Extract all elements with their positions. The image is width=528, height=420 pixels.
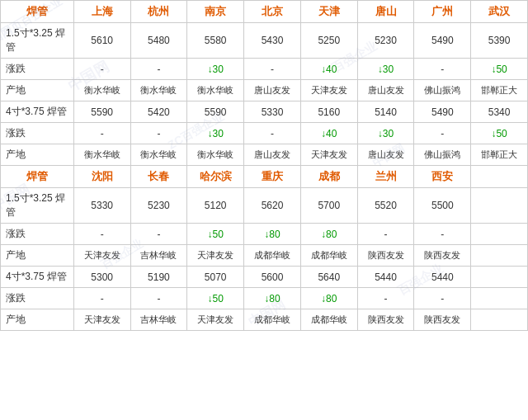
change-3-6: -: [357, 224, 414, 245]
origin-1-4: 唐山友发: [244, 80, 301, 101]
change-label-4: 涨跌: [1, 288, 74, 309]
header2-city-empty: [471, 166, 528, 188]
origin-1-6: 唐山友发: [357, 80, 414, 101]
price-1-5: 5250: [300, 23, 357, 59]
origin-2-2: 衡水华岐: [130, 144, 187, 166]
price-4-4: 5600: [244, 267, 301, 288]
header-city-3: 南京: [187, 1, 244, 23]
origin-label-1: 产地: [1, 80, 74, 101]
price-3-8: [471, 188, 528, 224]
header-city-5: 天津: [300, 1, 357, 23]
price-2-2: 5420: [130, 101, 187, 123]
origin-1-1: 衡水华岐: [73, 80, 130, 101]
header2-city-2: 长春: [130, 166, 187, 188]
change-3-8: [471, 224, 528, 245]
price-2-6: 5140: [357, 101, 414, 123]
product-label-2: 4寸*3.75 焊管: [1, 101, 74, 123]
origin-3-1: 天津友发: [73, 245, 130, 267]
origin-row-1: 产地 衡水华岐 衡水华岐 衡水华岐 唐山友发 天津友发 唐山友发 佛山振鸿 邯郸…: [1, 80, 528, 101]
change-3-5: ↓80: [300, 224, 357, 245]
change-2-3: ↓30: [187, 123, 244, 144]
header2-city-3: 哈尔滨: [187, 166, 244, 188]
origin-4-5: 成都华岐: [300, 309, 357, 331]
origin-label-4: 产地: [1, 309, 74, 331]
change-4-1: -: [73, 288, 130, 309]
change-1-8: ↓50: [471, 59, 528, 80]
change-3-1: -: [73, 224, 130, 245]
price-3-6: 5520: [357, 188, 414, 224]
price-1-7: 5490: [414, 23, 471, 59]
origin-row-2: 产地 衡水华岐 衡水华岐 衡水华岐 唐山友发 天津友发 唐山友发 佛山振鸿 邯郸…: [1, 144, 528, 166]
price-4-5: 5640: [300, 267, 357, 288]
header2-city-7: 西安: [414, 166, 471, 188]
origin-row-3: 产地 天津友发 吉林华岐 天津友发 成都华岐 成都华岐 陕西友发 陕西友发: [1, 245, 528, 267]
header-city-7: 广州: [414, 1, 471, 23]
header-city-4: 北京: [244, 1, 301, 23]
price-table: 焊管 上海 杭州 南京 北京 天津 唐山 广州 武汉 1.5寸*3.25 焊管 …: [0, 0, 528, 331]
change-2-2: -: [130, 123, 187, 144]
price-3-4: 5620: [244, 188, 301, 224]
origin-4-3: 天津友发: [187, 309, 244, 331]
price-1-4: 5430: [244, 23, 301, 59]
change-3-3: ↓50: [187, 224, 244, 245]
change-4-7: -: [414, 288, 471, 309]
origin-3-5: 成都华岐: [300, 245, 357, 267]
price-2-1: 5590: [73, 101, 130, 123]
origin-2-5: 天津友发: [300, 144, 357, 166]
origin-label-3: 产地: [1, 245, 74, 267]
change-1-5: ↓40: [300, 59, 357, 80]
change-1-1: -: [73, 59, 130, 80]
origin-2-4: 唐山友发: [244, 144, 301, 166]
product-label-4: 4寸*3.75 焊管: [1, 267, 74, 288]
origin-3-8: [471, 245, 528, 267]
header2-city-6: 兰州: [357, 166, 414, 188]
product-row-3: 1.5寸*3.25 焊管 5330 5230 5120 5620 5700 55…: [1, 188, 528, 224]
header2-city-5: 成都: [300, 166, 357, 188]
product-label-3: 1.5寸*3.25 焊管: [1, 188, 74, 224]
header2-city-1: 沈阳: [73, 166, 130, 188]
change-label-3: 涨跌: [1, 224, 74, 245]
change-4-5: ↓80: [300, 288, 357, 309]
origin-4-7: 陕西友发: [414, 309, 471, 331]
price-1-3: 5580: [187, 23, 244, 59]
price-3-7: 5500: [414, 188, 471, 224]
change-row-3: 涨跌 - - ↓50 ↓80 ↓80 - -: [1, 224, 528, 245]
header-label-2: 焊管: [1, 166, 74, 188]
header-row-2: 焊管 沈阳 长春 哈尔滨 重庆 成都 兰州 西安: [1, 166, 528, 188]
product-label-1: 1.5寸*3.25 焊管: [1, 23, 74, 59]
change-row-1: 涨跌 - - ↓30 - ↓40 ↓30 - ↓50: [1, 59, 528, 80]
price-4-2: 5190: [130, 267, 187, 288]
change-row-2: 涨跌 - - ↓30 - ↓40 ↓30 - ↓50: [1, 123, 528, 144]
price-3-3: 5120: [187, 188, 244, 224]
change-1-6: ↓30: [357, 59, 414, 80]
origin-3-4: 成都华岐: [244, 245, 301, 267]
origin-2-6: 唐山友发: [357, 144, 414, 166]
product-row-2: 4寸*3.75 焊管 5590 5420 5590 5330 5160 5140…: [1, 101, 528, 123]
price-2-5: 5160: [300, 101, 357, 123]
change-3-7: -: [414, 224, 471, 245]
price-4-3: 5070: [187, 267, 244, 288]
change-3-2: -: [130, 224, 187, 245]
change-label-2: 涨跌: [1, 123, 74, 144]
origin-4-2: 吉林华岐: [130, 309, 187, 331]
origin-label-2: 产地: [1, 144, 74, 166]
price-2-7: 5490: [414, 101, 471, 123]
change-2-4: -: [244, 123, 301, 144]
price-1-8: 5390: [471, 23, 528, 59]
change-2-8: ↓50: [471, 123, 528, 144]
product-row-1: 1.5寸*3.25 焊管 5610 5480 5580 5430 5250 52…: [1, 23, 528, 59]
header-city-6: 唐山: [357, 1, 414, 23]
price-3-2: 5230: [130, 188, 187, 224]
change-4-3: ↓50: [187, 288, 244, 309]
price-4-1: 5300: [73, 267, 130, 288]
price-4-8: [471, 267, 528, 288]
origin-2-3: 衡水华岐: [187, 144, 244, 166]
header2-city-4: 重庆: [244, 166, 301, 188]
origin-4-4: 成都华岐: [244, 309, 301, 331]
change-row-4: 涨跌 - - ↓50 ↓80 ↓80 - -: [1, 288, 528, 309]
change-1-7: -: [414, 59, 471, 80]
price-2-8: 5340: [471, 101, 528, 123]
change-3-4: ↓80: [244, 224, 301, 245]
price-1-2: 5480: [130, 23, 187, 59]
price-1-6: 5230: [357, 23, 414, 59]
